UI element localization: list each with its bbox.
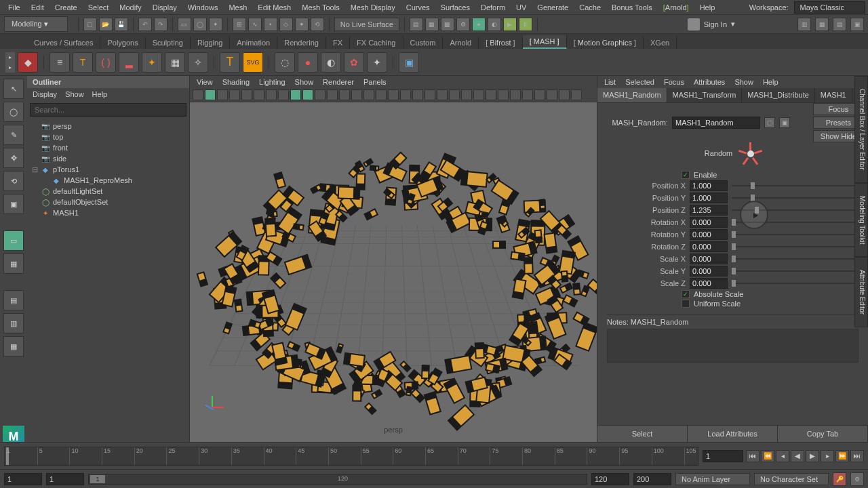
outliner-item[interactable]: 📷persp	[27, 121, 189, 131]
workspace-dropdown[interactable]: Maya Classic	[794, 1, 865, 14]
shelf-tab-arnold[interactable]: Arnold	[443, 37, 479, 49]
layout-b[interactable]: ▥	[3, 313, 24, 333]
outliner-menu-show[interactable]: Show	[65, 90, 84, 98]
ae-menu-focus[interactable]: Focus	[664, 78, 684, 86]
vp-menu-renderer[interactable]: Renderer	[323, 78, 354, 86]
menu-meshdisplay[interactable]: Mesh Display	[345, 1, 401, 14]
menu-modify[interactable]: Modify	[114, 1, 146, 14]
viewport-toggle-icon[interactable]	[266, 89, 277, 100]
viewport-toggle-icon[interactable]	[278, 89, 289, 100]
viewport-toggle-icon[interactable]	[437, 89, 448, 100]
shelf-btn-4[interactable]: ▂	[119, 52, 139, 73]
layout-single[interactable]: ▭	[3, 230, 24, 251]
history-icon[interactable]: ▤	[410, 18, 423, 31]
go-start-button[interactable]: ⏮	[746, 450, 760, 462]
anim-layer-dropdown[interactable]: No Anim Layer	[675, 473, 750, 485]
pause-icon[interactable]: ⏸	[519, 18, 532, 31]
menu-windows[interactable]: Windows	[182, 1, 224, 14]
layout-1-icon[interactable]: ▥	[797, 18, 811, 31]
live-surface-display[interactable]: No Live Surface	[334, 18, 399, 31]
shelf-tab-animation[interactable]: Animation	[230, 37, 277, 49]
outliner-item[interactable]: 📷top	[27, 131, 189, 142]
vp-menu-panels[interactable]: Panels	[363, 78, 387, 86]
shelf-tab-rigging[interactable]: Rigging	[191, 37, 230, 49]
signin-chevron-icon[interactable]: ▾	[731, 20, 735, 28]
viewport-toggle-icon[interactable]	[229, 89, 240, 100]
lasso-tool[interactable]: ◯	[3, 102, 24, 122]
shelf-btn-12[interactable]: ◐	[321, 52, 341, 73]
shelf-tab-fxcaching[interactable]: FX Caching	[350, 37, 403, 49]
shelf-tab-polygons[interactable]: Polygons	[100, 37, 145, 49]
ae-menu-attributes[interactable]: Attributes	[694, 78, 725, 86]
attr-value-field[interactable]	[690, 180, 728, 191]
vp-menu-show[interactable]: Show	[295, 78, 314, 86]
hypershade-icon[interactable]: ●	[472, 18, 486, 31]
range-start-inner[interactable]	[46, 473, 84, 485]
snap-live-icon[interactable]: ✦	[295, 18, 309, 31]
attr-slider[interactable]	[732, 254, 859, 264]
menu-cache[interactable]: Cache	[574, 1, 606, 14]
snap-toggle-icon[interactable]: ⟲	[311, 18, 324, 31]
attr-value-field[interactable]	[690, 217, 728, 228]
menu-uv[interactable]: UV	[511, 1, 532, 14]
range-thumb[interactable]: 1	[90, 475, 105, 483]
layout-a[interactable]: ▤	[3, 290, 24, 310]
viewport-toggle-icon[interactable]	[290, 89, 301, 100]
menu-display[interactable]: Display	[147, 1, 182, 14]
attr-slider[interactable]	[732, 181, 859, 190]
shelf-tab-sculpting[interactable]: Sculpting	[146, 37, 191, 49]
shelf-btn-14[interactable]: ✦	[367, 52, 387, 73]
save-scene-icon[interactable]: 💾	[115, 18, 128, 31]
menu-deform[interactable]: Deform	[475, 1, 511, 14]
scale-tool[interactable]: ▣	[3, 194, 24, 214]
ae-tab-random[interactable]: MASH1_Random	[597, 88, 667, 102]
shelf-tab-fx[interactable]: FX	[326, 37, 350, 49]
outliner-item[interactable]: ◯defaultLightSet	[27, 186, 189, 197]
timeline-ruler[interactable]: 1510152025303540455055606570758085909510…	[4, 447, 698, 466]
enable-checkbox[interactable]: ✓	[682, 171, 690, 179]
render-icon[interactable]: ▦	[425, 18, 439, 31]
outliner-menu-display[interactable]: Display	[33, 90, 57, 98]
shelf-editor-icon[interactable]: ▸▸	[5, 52, 15, 73]
shelf-tab-mash[interactable]: [ MASH ]	[523, 35, 567, 49]
menu-mesh[interactable]: Mesh	[223, 1, 252, 14]
vp-menu-shading[interactable]: Shading	[222, 78, 250, 86]
outliner-item[interactable]: 📷side	[27, 153, 189, 164]
menu-help[interactable]: Help	[694, 1, 721, 14]
range-slider[interactable]: 1 120	[88, 474, 587, 485]
menu-edit[interactable]: Edit	[26, 1, 50, 14]
shelf-tab-bifrost[interactable]: [ Bifrost ]	[479, 37, 522, 49]
play-forward-button[interactable]: ▶	[806, 450, 819, 462]
viewport-toggle-icon[interactable]	[217, 89, 228, 100]
snap-curve-icon[interactable]: ∿	[248, 18, 262, 31]
shelf-tab-mograph[interactable]: [ Motion Graphics ]	[567, 37, 644, 49]
ae-tab-distribute[interactable]: MASH1_Distribute	[742, 88, 814, 102]
viewport-toggle-icon[interactable]	[205, 89, 216, 100]
ae-load-button[interactable]: Load Attributes	[688, 426, 778, 442]
absolute-scale-checkbox[interactable]: ✓	[682, 290, 690, 298]
redo-icon[interactable]: ↷	[154, 18, 167, 31]
playblast-icon[interactable]: ▶	[503, 18, 517, 31]
attr-value-field[interactable]	[690, 229, 728, 240]
attr-slider[interactable]	[732, 242, 859, 251]
viewport-toggle-icon[interactable]	[547, 89, 557, 100]
viewport-toggle-icon[interactable]	[327, 89, 338, 100]
shelf-tab-xgen[interactable]: XGen	[644, 37, 677, 49]
layout-2-icon[interactable]: ▦	[815, 18, 829, 31]
menu-surfaces[interactable]: Surfaces	[435, 1, 475, 14]
menu-arnold[interactable]: [Arnold]	[658, 1, 694, 14]
attr-slider[interactable]	[732, 266, 859, 276]
viewport-toggle-icon[interactable]	[473, 89, 484, 100]
ae-menu-selected[interactable]: Selected	[625, 78, 654, 86]
shelf-btn-3[interactable]: ( )	[96, 52, 116, 73]
menu-meshtools[interactable]: Mesh Tools	[296, 1, 344, 14]
viewport-toggle-icon[interactable]	[425, 89, 435, 100]
viewport-toggle-icon[interactable]	[315, 89, 326, 100]
ae-menu-show[interactable]: Show	[734, 78, 753, 86]
shelf-btn-15[interactable]: ▣	[399, 52, 419, 73]
attr-slider[interactable]	[732, 230, 859, 239]
outliner-item[interactable]: ◯defaultObjectSet	[27, 197, 189, 207]
shelf-btn-10[interactable]: ◌	[275, 52, 295, 73]
menu-create[interactable]: Create	[50, 1, 83, 14]
select-mode-icon[interactable]: ▭	[178, 18, 191, 31]
